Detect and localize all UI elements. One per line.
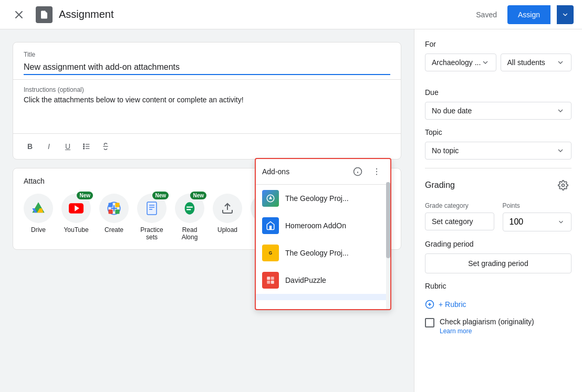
right-panel: For Archaeology ... All students Due No …	[414, 29, 582, 392]
italic-button[interactable]: I	[40, 138, 57, 155]
plagiarism-row: Check plagiarism (originality) Learn mor…	[425, 317, 571, 335]
drive-label: Drive	[31, 226, 46, 234]
addon-item-homeroom[interactable]: Homeroom AddOn	[256, 212, 390, 239]
attach-upload[interactable]: Upload	[213, 194, 242, 241]
add-rubric-icon	[425, 300, 434, 309]
due-dropdown[interactable]: No due date	[425, 102, 571, 120]
instructions-text[interactable]: Click the attachments below to view cont…	[24, 96, 390, 127]
attach-card: Attach Drive	[13, 168, 401, 250]
addon-list: The Geology Proj... Homeroom AddOn	[256, 185, 390, 300]
addon-geology2-label: The Geology Proj...	[285, 249, 384, 257]
addons-menu-button[interactable]	[369, 164, 384, 179]
points-value: 100	[510, 217, 524, 227]
svg-rect-14	[109, 203, 113, 207]
students-dropdown-icon	[556, 58, 565, 67]
addons-title: Add-ons	[262, 167, 289, 176]
svg-point-39	[562, 184, 565, 187]
grading-period-label: Grading period	[425, 240, 571, 248]
attach-youtube[interactable]: New YouTube	[61, 194, 91, 241]
svg-rect-18	[147, 202, 157, 215]
plagiarism-info: Check plagiarism (originality) Learn mor…	[440, 317, 534, 335]
addon-scrollbar-thumb	[386, 182, 390, 258]
add-rubric-label: + Rubric	[439, 300, 466, 309]
svg-point-28	[376, 174, 377, 175]
svg-rect-15	[115, 203, 119, 207]
assign-dropdown-button[interactable]	[557, 5, 574, 24]
instructions-section: Instructions (optional) Click the attach…	[13, 79, 401, 133]
addons-info-button[interactable]	[350, 164, 365, 179]
main-content: Title Instructions (optional) Click the …	[0, 29, 582, 392]
topic-dropdown-icon	[556, 146, 565, 155]
title-input[interactable]	[24, 60, 390, 75]
grading-header: Grading	[425, 177, 571, 194]
topic-dropdown[interactable]: No topic	[425, 142, 571, 160]
plagiarism-checkbox[interactable]	[425, 318, 434, 327]
topic-label: Topic	[425, 128, 571, 136]
read-along-new-badge: New	[190, 192, 206, 199]
assignment-card: Title Instructions (optional) Click the …	[13, 42, 401, 160]
addon-item-geology2[interactable]: G The Geology Proj...	[256, 239, 390, 267]
class-dropdown[interactable]: Archaeology ...	[425, 54, 496, 71]
addons-header-icons	[350, 164, 384, 179]
attach-practice-sets[interactable]: New Practicesets	[137, 194, 167, 241]
svg-rect-35	[271, 281, 274, 284]
plagiarism-label: Check plagiarism (originality)	[440, 317, 534, 326]
divider	[425, 168, 571, 168]
strikethrough-button[interactable]	[97, 138, 114, 155]
addon-davidpuzzle-label: DavidPuzzle	[285, 276, 384, 284]
addons-popup: Add-ons	[255, 158, 391, 310]
topic-value: No topic	[432, 146, 459, 155]
formatting-toolbar: B I U	[13, 133, 401, 159]
grading-settings-button[interactable]	[555, 177, 571, 194]
svg-rect-16	[115, 209, 119, 214]
learn-more-link[interactable]: Learn more	[440, 327, 472, 335]
add-rubric-button[interactable]: + Rubric	[425, 295, 466, 313]
due-dropdown-icon	[556, 107, 565, 115]
addon-item-davidpuzzle[interactable]: DavidPuzzle	[256, 267, 390, 294]
title-section: Title	[13, 43, 401, 79]
class-value: Archaeology ...	[432, 58, 481, 67]
close-button[interactable]	[8, 4, 29, 25]
attach-create[interactable]: Create	[99, 194, 129, 241]
practice-sets-label: Practicesets	[140, 226, 163, 241]
create-icon	[99, 194, 129, 223]
svg-point-5	[84, 144, 85, 145]
addons-header: Add-ons	[256, 159, 390, 185]
attach-read-along[interactable]: New ReadAlong	[175, 194, 204, 241]
geology1-icon	[262, 190, 279, 207]
class-dropdown-icon	[481, 58, 490, 67]
svg-rect-33	[271, 277, 274, 280]
attach-drive[interactable]: Drive	[24, 194, 53, 241]
grade-points-row: Grade category Set category Points 100	[425, 202, 571, 231]
due-label: Due	[425, 88, 571, 97]
read-along-label: ReadAlong	[182, 226, 198, 241]
title-label: Title	[24, 51, 390, 58]
for-row: Archaeology ... All students	[425, 54, 571, 80]
grade-category-label: Grade category	[425, 202, 494, 209]
youtube-new-badge: New	[77, 192, 93, 199]
set-category-button[interactable]: Set category	[425, 213, 494, 230]
bold-button[interactable]: B	[22, 138, 38, 155]
addon-homeroom-label: Homeroom AddOn	[285, 221, 384, 230]
left-panel: Title Instructions (optional) Click the …	[0, 29, 414, 392]
assign-button[interactable]: Assign	[507, 5, 550, 24]
list-button[interactable]	[78, 138, 95, 155]
youtube-label: YouTube	[64, 226, 88, 234]
addon-geology1-label: The Geology Proj...	[285, 194, 384, 203]
underline-button[interactable]: U	[59, 138, 76, 155]
points-dropdown[interactable]: 100	[503, 213, 572, 231]
addon-scrollbar-track[interactable]	[386, 182, 390, 309]
svg-rect-34	[267, 281, 270, 284]
instructions-label: Instructions (optional)	[24, 86, 390, 93]
svg-point-26	[376, 168, 377, 169]
addon-item-geology1[interactable]: The Geology Proj...	[256, 185, 390, 212]
app-header: Assignment Saved Assign	[0, 0, 582, 29]
grading-title: Grading	[425, 181, 455, 190]
points-dropdown-icon	[557, 218, 565, 226]
students-dropdown[interactable]: All students	[501, 54, 572, 71]
rubric-label: Rubric	[425, 282, 571, 290]
set-grading-period-button[interactable]: Set grading period	[425, 253, 571, 273]
addon-item-google-arts[interactable]: 🏛️ Google Arts & Cu...	[256, 294, 390, 300]
grade-category-col: Grade category Set category	[425, 202, 494, 231]
students-value: All students	[507, 58, 545, 67]
